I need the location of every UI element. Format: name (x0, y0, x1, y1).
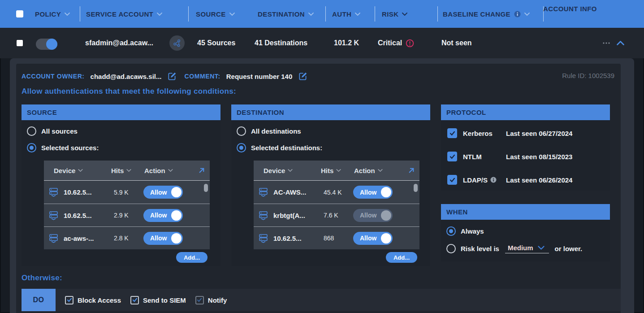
action-column-header[interactable]: Action (354, 167, 383, 174)
protocol-last-seen: Last seen 06/27/2024 (506, 130, 572, 137)
select-all-checkbox[interactable] (16, 10, 23, 17)
device-icon (48, 211, 64, 220)
checkbox-checked[interactable] (130, 296, 139, 304)
checkbox-checked[interactable] (447, 128, 457, 138)
column-header-risk[interactable]: RISK (382, 0, 407, 28)
table-row[interactable]: ac-aws-... 2.8 K Allow (44, 226, 210, 249)
risk-level-dropdown[interactable]: Medium (505, 244, 549, 253)
option-label-suffix: or lower. (555, 245, 583, 252)
radio-selected[interactable] (446, 226, 456, 236)
allow-toggle[interactable]: Allow (353, 186, 393, 199)
scrollbar-thumb[interactable] (414, 184, 418, 192)
account-graph-icon[interactable] (169, 35, 185, 51)
destination-device-table: Device Hits Action (254, 161, 419, 249)
open-table-icon[interactable] (198, 167, 205, 174)
toggle-knob (381, 233, 391, 243)
table-row[interactable]: 10.62.5... 2.9 K Allow (44, 204, 210, 226)
column-header-auth[interactable]: AUTH (332, 0, 360, 28)
column-label: Device (54, 167, 75, 174)
action-column-header[interactable]: Action (144, 167, 173, 174)
column-header-destination[interactable]: DESTINATION (258, 0, 314, 28)
option-label: Selected sources: (41, 144, 99, 152)
allow-toggle[interactable]: Allow (143, 186, 183, 199)
all-destinations-option[interactable]: All destinations (237, 126, 301, 136)
row-checkbox[interactable] (17, 40, 23, 46)
radio-unselected[interactable] (446, 244, 456, 253)
action-send-to-siem[interactable]: Send to SIEM (130, 296, 186, 304)
table-row[interactable]: AC-AWS... 45.4 K Allow (254, 181, 419, 204)
action-notify[interactable]: Notify (195, 296, 227, 304)
protocol-item[interactable]: NTLM Last seen 08/15/2023 (441, 145, 610, 168)
protocol-item[interactable]: LDAP/S Last seen 06/26/2024 (441, 168, 610, 191)
rule-id: Rule ID: 1002539 (562, 72, 614, 79)
chevron-down-icon (168, 169, 173, 172)
selected-destinations-option[interactable]: Selected destinations: (237, 143, 322, 152)
checkbox-checked[interactable] (65, 296, 73, 304)
allow-toggle[interactable]: Allow (143, 209, 183, 222)
allow-toggle[interactable]: Allow (353, 232, 393, 245)
when-risk-option[interactable]: Risk level is Medium or lower. (446, 244, 582, 253)
device-name: 10.62.5... (64, 188, 108, 196)
open-table-icon[interactable] (408, 167, 415, 174)
chevron-down-icon (402, 13, 407, 16)
column-label: BASELINE CHANGE (443, 10, 510, 18)
column-label: AUTH (332, 10, 351, 18)
table-header-bar: POLICY SERVICE ACCOUNT SOURCE DESTINATIO… (0, 0, 644, 28)
hits-column-header[interactable]: Hits (321, 167, 354, 174)
all-sources-option[interactable]: All sources (27, 126, 78, 136)
source-section-title: SOURCE (22, 104, 220, 120)
checkbox-checked-dimmed[interactable] (195, 296, 204, 304)
radio-selected[interactable] (27, 143, 36, 152)
action-block-access[interactable]: Block Access (65, 296, 121, 304)
scrollbar-thumb[interactable] (204, 184, 208, 192)
table-row[interactable]: 10.62.5... 5.9 K Allow (44, 181, 210, 204)
toggle-label: Allow (360, 212, 376, 219)
baseline-status: Not seen (441, 28, 472, 58)
checkbox-checked[interactable] (447, 152, 457, 161)
protocol-last-seen: Last seen 08/15/2023 (506, 153, 572, 161)
protocol-item[interactable]: Kerberos Last seen 06/27/2024 (441, 122, 610, 145)
toggle-label: Allow (150, 235, 167, 242)
option-label: All sources (41, 127, 78, 135)
destination-section-title: DESTINATION (231, 104, 430, 120)
column-label: SERVICE ACCOUNT (86, 10, 153, 18)
divider (375, 6, 375, 22)
column-header-account-info[interactable]: ACCOUNT INFO (543, 4, 597, 14)
more-menu-icon[interactable] (603, 28, 610, 58)
add-destination-button[interactable]: Add... (386, 252, 417, 263)
do-actions-row: DO Block Access Send to SIEM Notify (22, 289, 621, 311)
radio-unselected[interactable] (27, 126, 36, 136)
risk-level: Critical (378, 28, 414, 58)
radio-selected[interactable] (237, 143, 246, 152)
table-row[interactable]: krbtgt(A... 7.6 K Allow (254, 204, 419, 226)
info-icon[interactable] (490, 177, 497, 183)
policy-enabled-toggle[interactable] (36, 39, 57, 50)
divider (325, 6, 326, 22)
selected-sources-option[interactable]: Selected sources: (27, 143, 99, 152)
chevron-down-icon (229, 13, 235, 16)
rule-summary-row[interactable]: sfadmin@ad.acaw... 45 Sources 41 Destina… (0, 28, 644, 58)
radio-unselected[interactable] (237, 126, 246, 136)
column-header-service-account[interactable]: SERVICE ACCOUNT (86, 0, 162, 28)
column-header-baseline-change[interactable]: BASELINE CHANGE (443, 0, 530, 28)
allow-toggle[interactable]: Allow (143, 232, 183, 245)
device-column-header[interactable]: Device (258, 167, 321, 174)
column-label: POLICY (35, 10, 61, 18)
table-row[interactable]: 10.62.5... 868 Allow (254, 226, 419, 249)
add-source-button[interactable]: Add... (176, 252, 207, 263)
collapse-chevron-icon[interactable] (617, 28, 624, 58)
destinations-count: 41 Destinations (255, 28, 307, 58)
toggle-knob (381, 210, 391, 221)
hits-column-header[interactable]: Hits (111, 167, 144, 174)
toggle-label: Allow (360, 189, 376, 196)
option-label: Always (461, 227, 484, 235)
when-always-option[interactable]: Always (446, 226, 484, 236)
protocol-section-body: Kerberos Last seen 06/27/2024 NTLM Last … (441, 120, 610, 191)
edit-owner-icon[interactable] (167, 71, 177, 81)
info-icon[interactable] (514, 11, 521, 17)
edit-comment-icon[interactable] (298, 71, 308, 81)
column-header-source[interactable]: SOURCE (196, 0, 235, 28)
checkbox-checked[interactable] (447, 175, 457, 185)
device-column-header[interactable]: Device (48, 167, 111, 174)
column-header-policy[interactable]: POLICY (35, 0, 70, 28)
